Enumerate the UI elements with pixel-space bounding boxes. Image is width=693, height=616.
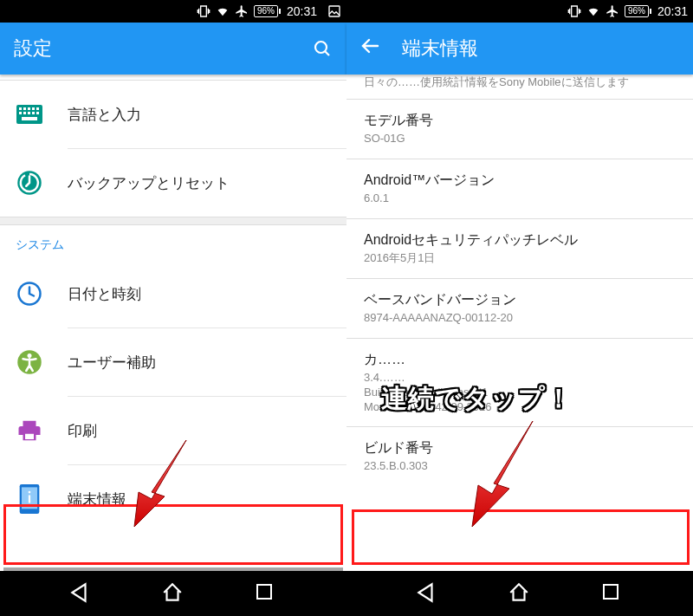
svg-rect-10 <box>28 112 30 114</box>
scroll-indicator <box>3 567 343 571</box>
clock: 20:31 <box>657 4 688 18</box>
row-model-number[interactable]: モデル番号 SO-01G <box>346 100 693 159</box>
row-usage-stats-partial[interactable]: 日々の……使用統計情報をSony Mobileに送信します <box>346 75 693 99</box>
nav-back-icon[interactable] <box>415 581 439 606</box>
row-build-number[interactable]: ビルド番号 23.5.B.0.303 <box>346 427 693 486</box>
row-security-patch[interactable]: Androidセキュリティパッチレベル 2016年5月1日 <box>346 219 693 278</box>
svg-rect-7 <box>36 107 39 110</box>
svg-rect-3 <box>19 107 22 110</box>
wifi-icon <box>586 4 600 18</box>
status-bar: 96% 20:31 <box>0 0 346 23</box>
svg-rect-19 <box>25 434 34 439</box>
svg-rect-5 <box>28 107 30 110</box>
clock: 20:31 <box>287 4 317 18</box>
svg-point-22 <box>29 491 31 494</box>
row-label: 端末情報 <box>68 490 126 509</box>
row-label: 日付と時刻 <box>68 284 141 304</box>
navigation-bar <box>346 571 693 616</box>
nav-home-icon[interactable] <box>508 581 532 606</box>
svg-rect-23 <box>29 495 30 503</box>
row-language-input[interactable]: 言語と入力 <box>0 81 346 148</box>
wifi-icon <box>216 4 230 18</box>
svg-rect-25 <box>604 585 618 599</box>
settings-list: 言語と入力 バックアップとリセット システム 日付と時刻 <box>0 75 346 571</box>
svg-rect-8 <box>19 112 22 114</box>
airplane-icon <box>606 4 619 18</box>
row-baseband-version[interactable]: ベースバンドバージョン 8974-AAAAANAZQ-00112-20 <box>346 279 693 338</box>
airplane-icon <box>235 4 249 18</box>
row-kernel-version[interactable]: カ…… 3.4.…… BuildUser@BuildHost #1 Mon Ju… <box>346 339 693 427</box>
vibrate-icon <box>567 4 581 18</box>
about-list: 日々の……使用統計情報をSony Mobileに送信します モデル番号 SO-0… <box>346 75 693 571</box>
page-title: 端末情報 <box>402 36 679 62</box>
svg-rect-13 <box>22 117 37 120</box>
nav-recent-icon[interactable] <box>600 581 625 606</box>
phone-info-icon <box>16 485 43 513</box>
svg-rect-24 <box>257 585 271 599</box>
nav-home-icon[interactable] <box>161 581 185 606</box>
row-backup-reset[interactable]: バックアップとリセット <box>0 149 346 217</box>
row-label: 印刷 <box>68 421 97 441</box>
back-arrow-icon[interactable] <box>360 36 381 62</box>
nav-back-icon[interactable] <box>68 581 93 606</box>
settings-screen: 96% 20:31 設定 言語と入力 バックアップ <box>0 0 346 616</box>
svg-rect-9 <box>23 112 26 114</box>
row-about-phone[interactable]: 端末情報 <box>0 465 346 533</box>
vibrate-icon <box>197 4 210 18</box>
battery-indicator: 96% <box>625 5 649 17</box>
page-title: 設定 <box>14 36 291 62</box>
svg-point-18 <box>28 353 32 358</box>
row-date-time[interactable]: 日付と時刻 <box>0 260 346 327</box>
navigation-bar <box>0 571 346 616</box>
svg-rect-6 <box>32 107 35 110</box>
svg-rect-4 <box>23 107 26 110</box>
row-android-version[interactable]: Android™バージョン 6.0.1 <box>346 159 693 218</box>
battery-indicator: 96% <box>254 5 278 17</box>
picture-icon <box>327 4 341 18</box>
row-label: 言語と入力 <box>68 105 141 125</box>
about-phone-screen: 96% 20:31 端末情報 日々の……使用統計情報をSony Mobileに送… <box>346 0 693 616</box>
app-bar: 端末情報 <box>346 23 693 75</box>
row-print[interactable]: 印刷 <box>0 397 346 464</box>
keyboard-icon <box>16 101 43 128</box>
svg-rect-12 <box>36 112 39 114</box>
accessibility-icon <box>16 348 43 376</box>
status-bar: 96% 20:31 <box>346 0 693 23</box>
svg-rect-11 <box>32 112 35 114</box>
row-accessibility[interactable]: ユーザー補助 <box>0 328 346 396</box>
row-label: バックアップとリセット <box>68 173 230 193</box>
app-bar: 設定 <box>0 23 346 75</box>
clock-icon <box>16 280 43 308</box>
search-icon[interactable] <box>312 38 333 59</box>
nav-recent-icon[interactable] <box>254 581 278 606</box>
row-label: ユーザー補助 <box>68 353 156 373</box>
svg-rect-0 <box>329 6 340 16</box>
backup-icon <box>16 169 43 197</box>
print-icon <box>16 417 43 444</box>
section-header-system: システム <box>0 225 346 260</box>
